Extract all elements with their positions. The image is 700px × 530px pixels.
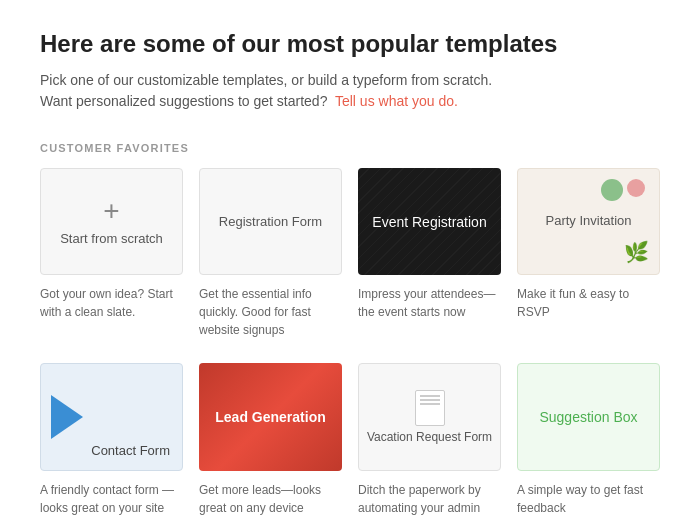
pink-circle-icon [627,179,645,197]
contact-desc: A friendly contact form — looks great on… [40,481,183,517]
vacation-card-label: Vacation Request Form [367,430,492,444]
template-scratch[interactable]: + Start from scratch Got your own idea? … [40,168,183,339]
contact-card-label: Contact Form [91,443,170,458]
party-card-label: Party Invitation [528,213,649,228]
row2-section: Contact Form A friendly contact form — l… [40,363,660,516]
lead-desc: Get more leads—looks great on any device [199,481,342,517]
page-title: Here are some of our most popular templa… [40,30,660,58]
page-wrapper: Here are some of our most popular templa… [0,0,700,530]
plant-icon: 🌿 [528,240,649,264]
suggestion-card-label: Suggestion Box [539,409,637,425]
plus-icon: + [103,197,119,225]
template-card-lead[interactable]: Lead Generation [199,363,342,470]
template-vacation[interactable]: Vacation Request Form Ditch the paperwor… [358,363,501,516]
template-lead[interactable]: Lead Generation Get more leads—looks gre… [199,363,342,516]
template-card-scratch[interactable]: + Start from scratch [40,168,183,275]
customer-favorites-section: Customer Favorites + Start from scratch … [40,142,660,339]
lead-card-label: Lead Generation [215,409,325,425]
tell-us-link[interactable]: Tell us what you do. [335,93,458,109]
registration-desc: Get the essential info quickly. Good for… [199,285,342,339]
favorites-grid: + Start from scratch Got your own idea? … [40,168,660,339]
party-shapes [528,179,649,201]
template-card-event-reg[interactable]: Event Registration [358,168,501,275]
template-party[interactable]: Party Invitation 🌿 Make it fun & easy to… [517,168,660,339]
event-reg-card-label: Event Registration [372,214,486,230]
page-subtitle: Pick one of our customizable templates, … [40,70,660,112]
section-label-favorites: Customer Favorites [40,142,660,154]
template-card-vacation[interactable]: Vacation Request Form [358,363,501,470]
event-reg-desc: Impress your attendees—the event starts … [358,285,501,321]
template-suggestion[interactable]: Suggestion Box A simple way to get fast … [517,363,660,516]
template-card-party[interactable]: Party Invitation 🌿 [517,168,660,275]
template-card-suggestion[interactable]: Suggestion Box [517,363,660,470]
suggestion-desc: A simple way to get fast feedback [517,481,660,517]
scratch-desc: Got your own idea? Start with a clean sl… [40,285,183,321]
template-contact[interactable]: Contact Form A friendly contact form — l… [40,363,183,516]
party-desc: Make it fun & easy to RSVP [517,285,660,321]
subtitle-text: Pick one of our customizable templates, … [40,72,492,88]
row2-grid: Contact Form A friendly contact form — l… [40,363,660,516]
green-circle-icon [601,179,623,201]
template-event-reg[interactable]: Event Registration Impress your attendee… [358,168,501,339]
template-card-registration[interactable]: Registration Form [199,168,342,275]
template-card-contact[interactable]: Contact Form [40,363,183,470]
vacation-desc: Ditch the paperwork by automating your a… [358,481,501,517]
registration-card-label: Registration Form [209,204,332,239]
arrow-icon [51,395,83,439]
document-icon [415,390,445,426]
subtitle-text2: Want personalized suggestions to get sta… [40,93,327,109]
scratch-label: Start from scratch [60,231,163,246]
template-registration[interactable]: Registration Form Get the essential info… [199,168,342,339]
